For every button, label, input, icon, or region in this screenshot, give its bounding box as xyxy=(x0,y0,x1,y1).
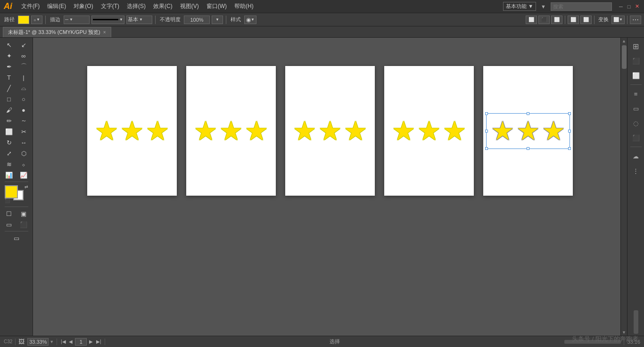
document-tab[interactable]: 未标题-1* @ 33.33% (CMYK/GPU 预览) × xyxy=(3,27,111,37)
panel-btn-4[interactable]: ≡ xyxy=(629,87,643,100)
opacity-input[interactable] xyxy=(184,16,210,24)
panel-btn-5[interactable]: ▭ xyxy=(629,102,643,115)
normal-screen-icon[interactable]: ▭ xyxy=(2,221,16,228)
panel-btn-2[interactable]: ⬛ xyxy=(629,54,643,67)
distribute-icon[interactable]: ⬜ xyxy=(568,16,579,24)
page-input[interactable] xyxy=(75,338,87,346)
menu-view[interactable]: 视图(V) xyxy=(177,1,202,11)
zoom-dropdown-arrow[interactable]: ▼ xyxy=(50,339,54,344)
workspace-selector[interactable]: 基本功能 ▼ xyxy=(503,2,536,11)
ellipse-tool[interactable]: ○ xyxy=(17,96,31,103)
vertical-scrollbar[interactable]: ▲ ▼ xyxy=(620,38,627,336)
scroll-down-arrow[interactable]: ▼ xyxy=(622,330,626,335)
artboard-tool[interactable]: ▭ xyxy=(2,233,31,243)
graph-tool[interactable]: 📊 xyxy=(2,172,16,179)
artboard-1[interactable]: ★ ★ ★ xyxy=(87,66,177,196)
extra-options[interactable]: ⋯ xyxy=(630,16,641,24)
scissors-tool[interactable]: ✂ xyxy=(17,128,31,135)
menu-edit[interactable]: 编辑(E) xyxy=(44,1,69,11)
magic-wand-tool[interactable]: ✦ xyxy=(2,52,16,59)
menu-object[interactable]: 对象(O) xyxy=(70,1,96,11)
close-button[interactable]: ✕ xyxy=(634,3,640,10)
vertical-type-tool[interactable]: | xyxy=(17,74,31,81)
style-options[interactable]: ◉ ▼ xyxy=(244,16,256,24)
blob-tool[interactable]: ● xyxy=(17,107,31,114)
eraser-tool[interactable]: ⬜ xyxy=(2,128,16,135)
star-5-1: ★ xyxy=(491,118,514,144)
rect-tool[interactable]: □ xyxy=(2,96,16,103)
rotate-tools: ↻ ↔ xyxy=(2,137,31,148)
fg-color-swatch[interactable] xyxy=(5,185,18,198)
artboard-2[interactable]: ★ ★ ★ xyxy=(186,66,276,196)
stroke-options[interactable]: ⬦ ▼ xyxy=(31,16,42,24)
menu-window[interactable]: 窗口(W) xyxy=(203,1,230,11)
canvas-area[interactable]: ★ ★ ★ ★ ★ ★ ★ ★ ★ xyxy=(33,38,627,336)
prev-page-btn[interactable]: ◀ xyxy=(67,339,74,345)
fill-swatch[interactable] xyxy=(18,16,29,24)
artboard-3[interactable]: ★ ★ ★ xyxy=(285,66,375,196)
pencil-tool[interactable]: ✏ xyxy=(2,117,16,124)
stroke-dash-dropdown[interactable]: ▼ xyxy=(91,16,124,24)
type-tool[interactable]: T xyxy=(2,74,16,81)
fill-none-icon[interactable]: ☐ xyxy=(2,210,16,217)
tab-title: 未标题-1* @ 33.33% (CMYK/GPU 预览) xyxy=(8,29,100,36)
handle-bm xyxy=(527,147,529,150)
smooth-tool[interactable]: ～ xyxy=(17,116,31,125)
gradient-icon[interactable]: ▣ xyxy=(17,210,31,217)
transform-options[interactable]: ⬜▼ xyxy=(611,16,625,24)
menu-text[interactable]: 文字(T) xyxy=(98,1,123,11)
scroll-thumb[interactable] xyxy=(622,45,627,69)
pen-tool[interactable]: ✒ xyxy=(2,63,16,70)
line-tool[interactable]: ╱ xyxy=(2,85,16,92)
minimize-button[interactable]: ─ xyxy=(618,3,624,10)
panel-btn-1[interactable]: ⊞ xyxy=(629,40,643,53)
artboard-4[interactable]: ★ ★ ★ xyxy=(384,66,474,196)
panel-btn-3[interactable]: ⬜ xyxy=(629,69,643,82)
curvature-tool[interactable]: ⌒ xyxy=(17,62,31,71)
stars-group-4: ★ ★ ★ xyxy=(392,118,466,144)
panel-btn-9[interactable]: ⋮ xyxy=(629,164,643,177)
reset-colors-icon[interactable]: ⬛ xyxy=(5,198,10,203)
panel-btn-8[interactable]: ☁ xyxy=(629,149,643,163)
menu-file[interactable]: 文件(F) xyxy=(18,1,43,11)
align-center-icon[interactable]: ⬛ xyxy=(538,16,550,24)
warp-tool[interactable]: ≋ xyxy=(2,161,16,168)
right-scroll-thumb[interactable] xyxy=(634,310,638,334)
menu-help[interactable]: 帮助(H) xyxy=(231,1,257,11)
first-page-btn[interactable]: |◀ xyxy=(60,339,66,345)
scroll-up-arrow[interactable]: ▲ xyxy=(622,39,626,43)
rotate-tool[interactable]: ↻ xyxy=(2,139,16,146)
full-screen-icon[interactable]: ⬛ xyxy=(17,221,31,228)
menu-effect[interactable]: 效果(C) xyxy=(150,1,176,11)
shear-tool[interactable]: ⬡ xyxy=(17,150,31,157)
stroke-style-dropdown[interactable]: 基本 ▼ xyxy=(126,16,152,24)
opacity-dropdown[interactable]: ▼ xyxy=(212,16,223,24)
restore-button[interactable]: □ xyxy=(626,3,632,10)
menu-select[interactable]: 选择(S) xyxy=(124,1,149,11)
align-right-icon[interactable]: ⬜ xyxy=(551,16,562,24)
zoom-input[interactable] xyxy=(27,338,49,346)
lasso-tool[interactable]: ∞ xyxy=(17,52,31,59)
select-tool[interactable]: ↖ xyxy=(2,41,16,49)
distribute2-icon[interactable]: ⬜ xyxy=(580,16,592,24)
last-page-btn[interactable]: ▶| xyxy=(95,339,102,345)
status-info-icon[interactable]: 🖼 xyxy=(18,338,25,345)
panel-btn-7[interactable]: ⬛ xyxy=(629,131,643,144)
transform-label: 变换 xyxy=(597,16,610,23)
pencil-tools: ✏ ～ xyxy=(2,116,31,126)
search-input[interactable] xyxy=(551,2,612,11)
reshape-tool[interactable]: ⬦ xyxy=(17,161,31,168)
scale-tool[interactable]: ⤢ xyxy=(2,150,16,157)
chart-tool[interactable]: 📈 xyxy=(17,172,31,179)
swap-colors-icon[interactable]: ⇄ xyxy=(25,184,28,189)
next-page-btn[interactable]: ▶ xyxy=(88,339,94,345)
align-left-icon[interactable]: ⬜ xyxy=(526,16,537,24)
stroke-weight-dropdown[interactable]: ─ ▼ xyxy=(64,16,90,24)
tab-close-button[interactable]: × xyxy=(103,30,106,35)
panel-btn-6[interactable]: ◌ xyxy=(629,116,643,130)
arc-tool[interactable]: ⌓ xyxy=(17,84,31,92)
direct-select-tool[interactable]: ↙ xyxy=(17,41,31,49)
paintbrush-tool[interactable]: 🖌 xyxy=(2,107,16,114)
reflect-tool[interactable]: ↔ xyxy=(17,139,31,146)
artboard-5[interactable]: ★ ★ ★ xyxy=(483,66,573,196)
